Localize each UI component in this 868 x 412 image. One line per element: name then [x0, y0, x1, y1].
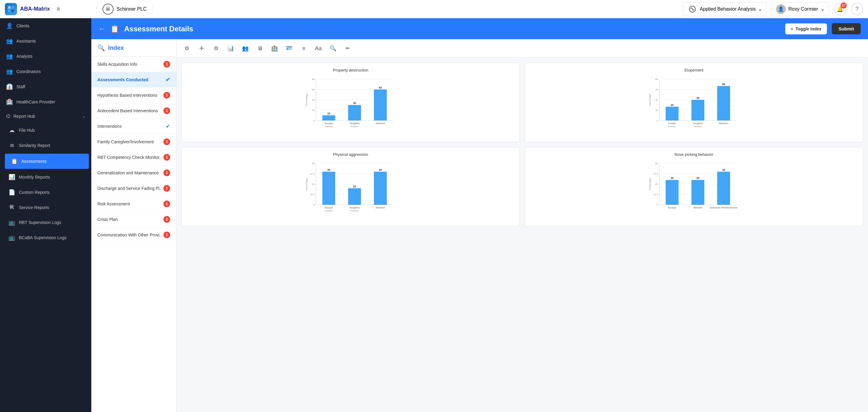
index-item-crisis-plan[interactable]: Crisis Plan 2 [91, 212, 176, 227]
svg-text:Escape: Escape [325, 122, 333, 125]
svg-text:Percentage: Percentage [649, 178, 651, 190]
sidebar-item-monthly-reports[interactable]: 📊 Monthly Reports [2, 169, 91, 185]
main-content: ← 📋 Assessment Details ≡ Toggle Index Su… [91, 18, 868, 412]
index-item-hypothesis-based[interactable]: Hypothesis Based Interventions 1 [91, 88, 176, 103]
tab-icon-0[interactable]: ⚙ [180, 42, 193, 55]
behavior-chevron: ⌄ [758, 6, 762, 12]
report-hub-chevron: ⌄ [82, 114, 85, 118]
back-button[interactable]: ← [99, 25, 105, 33]
report-hub-header[interactable]: ⌬ Report Hub ⌄ [0, 109, 91, 123]
tab-icon-7[interactable]: 🪪 [282, 42, 296, 55]
org-icon: 🏛 [102, 4, 114, 14]
sidebar-item-clients[interactable]: 👤 Clients [0, 18, 91, 33]
svg-text:30: 30 [696, 96, 700, 99]
index-badge: 1 [163, 185, 170, 192]
index-item-assessments-conducted[interactable]: Assessments Conducted ✔ [91, 72, 176, 88]
svg-text:30: 30 [655, 99, 658, 101]
index-title: 🔍 Index [91, 39, 176, 57]
behavior-icon [687, 4, 697, 14]
svg-text:50: 50 [722, 83, 725, 86]
content-area: 🔍 Index Skills Acquisition Info 1Assessm… [91, 39, 868, 412]
bar-nose-picking-0 [665, 180, 678, 205]
sidebar-item-rbt-supervision[interactable]: 📺 RBT Supervision Logs [2, 215, 91, 230]
tab-icon-5[interactable]: 🖥 [253, 42, 267, 55]
sidebar-item-analysts[interactable]: 👥 Analysts [0, 49, 91, 64]
svg-text:40: 40 [312, 99, 315, 101]
index-item-discharge[interactable]: Discharge and Service Fading Pl... 1 [91, 181, 176, 196]
sidebar-item-assessments[interactable]: 📋 Assessments [5, 154, 89, 169]
svg-text:20: 20 [353, 185, 356, 188]
tab-icon-8[interactable]: ≡ [297, 42, 310, 55]
svg-text:Function: Function [325, 125, 333, 127]
submit-button[interactable]: Submit [832, 23, 861, 34]
svg-text:60: 60 [312, 88, 315, 91]
tab-icon-4[interactable]: 👥 [239, 42, 252, 55]
index-item-label: Interventions [97, 124, 122, 129]
app-logo [5, 3, 17, 15]
svg-text:Function: Function [351, 125, 359, 127]
svg-text:30: 30 [353, 102, 356, 105]
sidebar-item-label: HealthCare Provider [17, 99, 55, 104]
bar-elopement-1 [691, 100, 704, 121]
index-item-family-caregiver[interactable]: Family Caregiver/Involvement 1 [91, 134, 176, 150]
sidebar-item-label: File Hub [19, 128, 35, 133]
sidebar-item-label: Service Reports [19, 205, 49, 210]
sidebar-item-custom-reports[interactable]: 📄 Custom Reports [2, 185, 91, 200]
org-selector[interactable]: 🏛 Schinner PLC [96, 4, 153, 14]
index-item-generalization[interactable]: Generalization and Maintenance 1 [91, 165, 176, 181]
svg-text:Percentage: Percentage [305, 178, 308, 190]
chart-card-nose-picking: Nose picking behaviorPercentage012.52537… [525, 147, 863, 226]
hamburger-icon[interactable]: ≡ [57, 5, 60, 12]
sidebar-item-bcaba-supervision[interactable]: 📺 BCaBA Supervision Logs [2, 230, 91, 245]
staff-icon: 👔 [6, 83, 13, 90]
svg-text:Function: Function [668, 125, 676, 127]
sidebar-item-assistants[interactable]: 👥 Assistants [0, 33, 91, 49]
tab-icon-9[interactable]: Aa [312, 42, 325, 55]
svg-text:Function: Function [694, 125, 702, 127]
svg-text:Attention: Attention [376, 206, 385, 209]
tab-icons-bar: ⚙✛⚙📊👥🖥🏥🪪≡Aa🔍✏ [177, 39, 868, 58]
tab-icon-6[interactable]: 🏥 [268, 42, 281, 55]
svg-text:25: 25 [655, 183, 658, 186]
index-item-rbt-competency[interactable]: RBT Competency Check Monitor... 1 [91, 150, 176, 165]
notifications-button[interactable]: 🔔 27 [834, 3, 846, 15]
sidebar-item-similarity-report[interactable]: ≋ Similarity Report [2, 138, 91, 153]
index-badge: 1 [163, 107, 170, 114]
sidebar-item-service-reports[interactable]: 🛠 Service Reports [2, 200, 91, 215]
tab-icon-1[interactable]: ✛ [195, 42, 208, 55]
help-button[interactable]: ? [851, 3, 863, 15]
sidebar-item-label: Similarity Report [19, 143, 50, 148]
index-item-risk-assessment[interactable]: Risk Assessment 1 [91, 196, 176, 212]
svg-text:10: 10 [327, 112, 330, 115]
tab-icon-11[interactable]: ✏ [341, 42, 354, 55]
index-item-label: Discharge and Service Fading Pl... [97, 186, 163, 191]
svg-text:50: 50 [655, 162, 658, 165]
index-item-antecedent-based[interactable]: Antecedent Based Interventions 1 [91, 103, 176, 119]
svg-text:Automatic Reinforcement: Automatic Reinforcement [710, 206, 738, 209]
tab-icon-10[interactable]: 🔍 [326, 42, 340, 55]
index-item-label: Risk Assessment [97, 201, 130, 206]
index-check-icon: ✔ [165, 76, 170, 83]
monthly-reports-icon: 📊 [8, 174, 15, 181]
sidebar-item-label: Custom Reports [19, 190, 50, 195]
service-reports-icon: 🛠 [8, 204, 15, 211]
sidebar-item-coordinators[interactable]: 👥 Coordinators [0, 64, 91, 79]
bar-physical-aggression-0 [322, 171, 335, 205]
sidebar-item-file-hub[interactable]: ☁ File Hub [2, 123, 91, 138]
tab-icon-3[interactable]: 📊 [224, 42, 238, 55]
index-item-communication[interactable]: Communication With Other Provi... 1 [91, 227, 176, 243]
sidebar-item-staff[interactable]: 👔 Staff [0, 79, 91, 94]
behavior-selector[interactable]: Applied Behavior Analysis ⌄ [683, 2, 767, 16]
toggle-index-button[interactable]: ≡ Toggle Index [785, 24, 827, 34]
org-name: Schinner PLC [117, 6, 147, 12]
index-badge: 1 [163, 92, 170, 99]
index-item-interventions[interactable]: Interventions ✔ [91, 119, 176, 134]
charts-wrapper: ⚙✛⚙📊👥🖥🏥🪪≡Aa🔍✏ Property destructionPercen… [177, 39, 868, 412]
index-badge: 1 [163, 231, 170, 238]
user-selector[interactable]: 👤 Roxy Cormier ⌄ [772, 2, 829, 16]
sidebar-item-healthcare[interactable]: 🏥 HealthCare Provider [0, 94, 91, 109]
svg-text:30: 30 [671, 177, 674, 180]
index-item-skills-acquisition[interactable]: Skills Acquisition Info 1 [91, 57, 176, 72]
tab-icon-2[interactable]: ⚙ [209, 42, 223, 55]
assessments-icon: 📋 [11, 158, 18, 165]
